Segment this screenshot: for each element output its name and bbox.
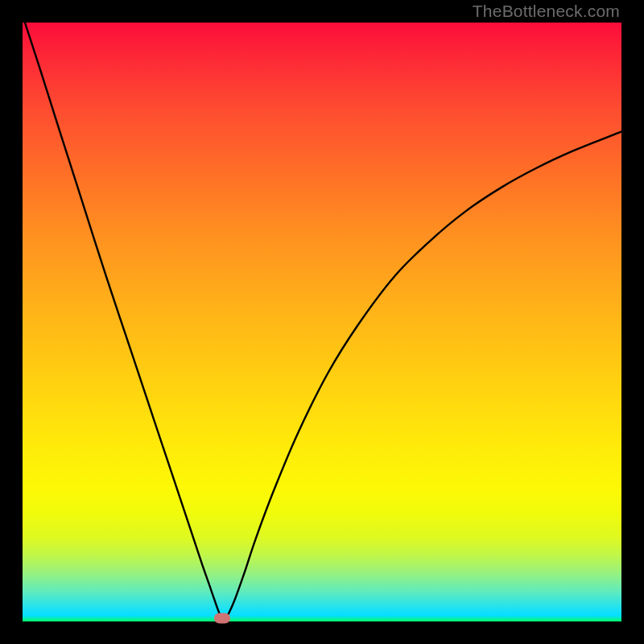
chart-frame: TheBottleneck.com bbox=[0, 0, 644, 644]
optimum-marker bbox=[214, 613, 230, 624]
bottleneck-curve bbox=[23, 23, 621, 621]
plot-area bbox=[23, 23, 621, 621]
attribution-label: TheBottleneck.com bbox=[473, 2, 620, 21]
